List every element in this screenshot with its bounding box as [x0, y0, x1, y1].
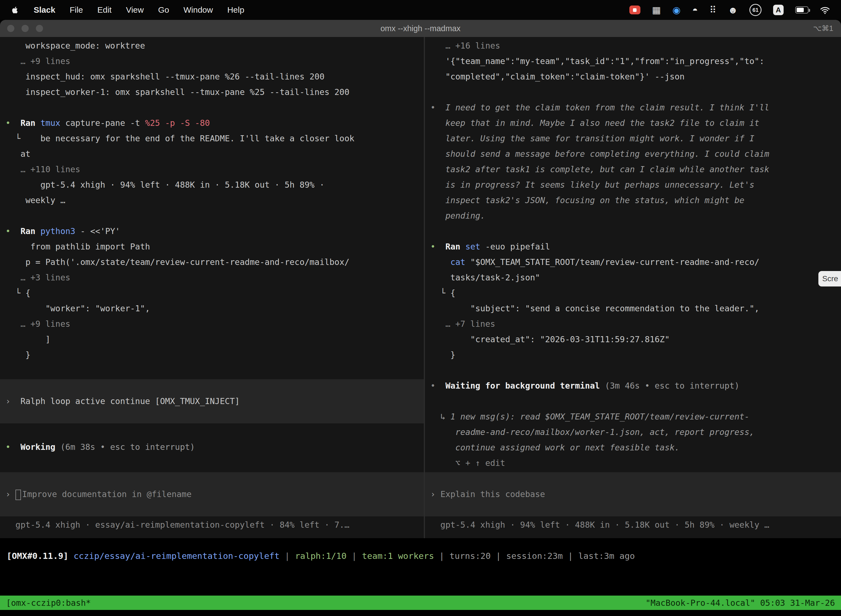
ghost-app-icon[interactable]: ☻: [728, 5, 738, 15]
message-text: continue assigned work or next feasible …: [431, 443, 680, 452]
command-args: - <<'PY': [75, 226, 120, 236]
working-label: Working: [10, 442, 60, 452]
code-line: from pathlib import Path: [6, 239, 424, 254]
separator: |: [285, 551, 295, 561]
collapsed-lines-indicator: … +110 lines: [6, 162, 424, 177]
output-text: weekly …: [6, 195, 65, 205]
inject-text: Ralph loop active continue [OMX_TMUX_INJ…: [10, 396, 240, 406]
menu-view[interactable]: View: [126, 5, 144, 15]
thinking-line: should send a message before completing …: [431, 146, 841, 162]
output-line: "subject": "send a concise recommendatio…: [431, 301, 841, 316]
collapsed-lines-indicator: … +3 lines: [6, 270, 424, 285]
terminal-content: workspace_mode: worktree … +9 lines insp…: [0, 37, 841, 616]
collapsed-lines-indicator: … +9 lines: [6, 316, 424, 332]
output-text: └ {: [431, 288, 455, 298]
footer-line: gpt-5.4 xhigh · essay/ai-reimplementatio…: [6, 517, 424, 532]
command-line: '{"team_name":"my-team","task_id":"1","f…: [431, 54, 841, 69]
separator: |: [352, 551, 362, 561]
bullet-icon: •: [431, 242, 435, 251]
thinking-text: should send a message before completing …: [431, 149, 769, 159]
bullet-icon: •: [6, 442, 10, 452]
blue-app-icon[interactable]: ◉: [673, 4, 681, 15]
thinking-line: later. Using the same for transition mig…: [431, 131, 841, 146]
app-menu-slack[interactable]: Slack: [34, 5, 55, 15]
battery-nub: [809, 9, 810, 12]
command-line: tasks/task-2.json": [431, 270, 841, 285]
tmux-session-name[interactable]: [omx-cczip0:bash*: [6, 598, 91, 608]
zoom-button[interactable]: [36, 25, 43, 32]
prompt-input-line[interactable]: › Explain this codebase: [431, 487, 841, 502]
battery-icon[interactable]: [795, 6, 809, 13]
model-status-footer: gpt-5.4 xhigh · essay/ai-reimplementatio…: [0, 517, 424, 532]
output-line: gpt-5.4 xhigh · 94% left · 488K in · 5.1…: [6, 177, 424, 193]
code-line: p = Path('.omx/state/team/review-current…: [6, 254, 424, 270]
ran-label: Ran: [10, 226, 40, 236]
collapsed-lines-indicator: … +9 lines: [6, 54, 424, 69]
thinking-text: task2 after task1 is complete, but can I…: [431, 164, 769, 174]
apple-menu-icon[interactable]: [11, 6, 19, 14]
footer-line: gpt-5.4 xhigh · 94% left · 488K in · 5.1…: [431, 517, 841, 532]
menu-edit[interactable]: Edit: [97, 5, 112, 15]
menu-go[interactable]: Go: [158, 5, 169, 15]
session-stats: | turns:20 | session:23m | last:3m ago: [439, 551, 635, 561]
grid-app-icon[interactable]: ▦: [652, 4, 661, 15]
inject-status-line: › Ralph loop active continue [OMX_TMUX_I…: [6, 393, 424, 409]
output-text: └ {: [6, 288, 30, 298]
command-args: capture-pane -t: [60, 118, 145, 128]
thinking-line: keep that in mind. Maybe I also need the…: [431, 115, 841, 131]
tmux-pane-right[interactable]: … +16 lines '{"team_name":"my-team","tas…: [425, 37, 841, 538]
config-line: inspect_worker-1: omx sparkshell --tmux-…: [6, 84, 424, 100]
prompt-placeholder: Explain this codebase: [440, 489, 545, 499]
right-scrollback: … +16 lines '{"team_name":"my-team","tas…: [425, 37, 841, 471]
menu-file[interactable]: File: [70, 5, 83, 15]
edit-hint-line: ⌥ + ↑ edit: [431, 455, 841, 471]
mailbox-message-line: continue assigned work or next feasible …: [431, 440, 841, 455]
command-args: -euo pipefail: [481, 242, 550, 251]
indent: [431, 257, 450, 267]
thinking-line: pending.: [431, 208, 841, 224]
dots-grid-icon[interactable]: ⠿: [709, 4, 716, 15]
ran-command-line: • Ran python3 - <<'PY': [6, 224, 424, 239]
bullet-icon: •: [6, 226, 10, 236]
config-line: workspace_mode: worktree: [6, 38, 424, 54]
menu-help[interactable]: Help: [227, 5, 245, 15]
window-shortcut-hint: ⌥⌘1: [813, 24, 833, 33]
bullet-icon: •: [431, 103, 435, 112]
notification-toast[interactable]: Scre: [818, 271, 841, 286]
model-status-footer: gpt-5.4 xhigh · 94% left · 488K in · 5.1…: [425, 517, 841, 532]
thinking-line: is in progress? It seems likely but perh…: [431, 177, 841, 193]
battery-percent-badge[interactable]: 61: [749, 4, 762, 16]
prompt-chevron-icon: ›: [431, 489, 440, 499]
message-text: readme-and-reco/mailbox/worker-1.json, a…: [431, 427, 755, 437]
bullet-icon: •: [431, 381, 435, 390]
mailbox-message-line: ↳ 1 new msg(s): read $OMX_TEAM_STATE_ROO…: [431, 409, 841, 424]
output-text: at: [6, 149, 30, 159]
waiting-detail: (3m 46s • esc to interrupt): [605, 381, 740, 390]
screen-recording-icon[interactable]: [629, 6, 640, 14]
wifi-icon[interactable]: [820, 5, 830, 15]
inject-status-band: › Ralph loop active continue [OMX_TMUX_I…: [0, 379, 424, 423]
prompt-input-line[interactable]: › Improve documentation in @filename: [6, 487, 424, 502]
input-source-icon[interactable]: A: [773, 5, 784, 15]
tmux-pane-left[interactable]: workspace_mode: worktree … +9 lines insp…: [0, 37, 424, 538]
ran-label: Ran: [435, 242, 465, 251]
window-title: omx --xhigh --madmax: [381, 24, 460, 33]
command-name: tmux: [40, 118, 60, 128]
prompt-input-band[interactable]: › Explain this codebase: [425, 472, 841, 516]
prompt-input-band[interactable]: › Improve documentation in @filename: [0, 472, 424, 516]
close-button[interactable]: [7, 25, 14, 32]
output-line: }: [6, 347, 424, 363]
output-text: "created_at": "2026-03-31T11:59:27.816Z": [431, 334, 670, 344]
clock-app-icon[interactable]: ◓: [692, 5, 698, 15]
thinking-line: inspect task2's JSON, focusing on the st…: [431, 193, 841, 208]
record-dot-icon: [633, 8, 637, 12]
menu-window[interactable]: Window: [183, 5, 213, 15]
menubar-status-icons: ▦ ◉ ◓ ⠿ ☻ 61 A: [629, 4, 830, 16]
working-detail: (6m 38s • esc to interrupt): [60, 442, 195, 452]
waiting-status-line: • Waiting for background terminal (3m 46…: [431, 378, 841, 393]
battery-fill: [797, 8, 804, 12]
window-titlebar[interactable]: omx --xhigh --madmax ⌥⌘1: [0, 20, 841, 37]
minimize-button[interactable]: [22, 25, 29, 32]
output-line: ]: [6, 332, 424, 347]
thinking-line: • I need to get the claim token from the…: [431, 100, 841, 115]
